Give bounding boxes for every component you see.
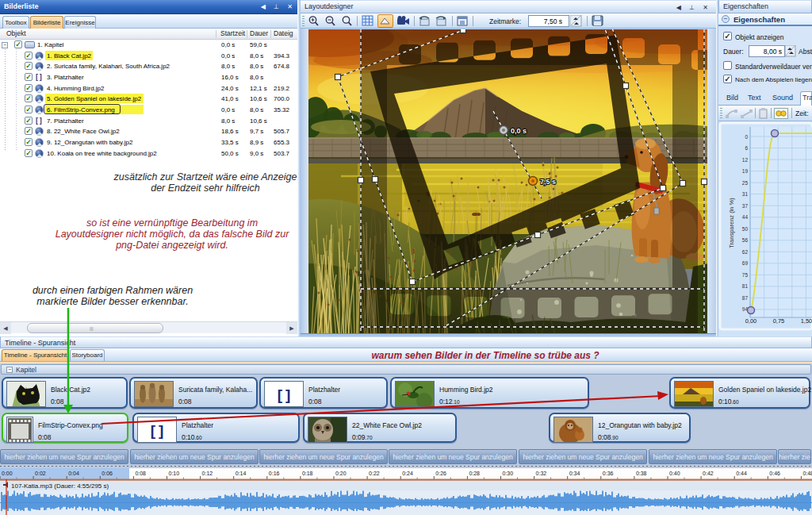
svg-text:31: 31 bbox=[742, 191, 749, 197]
svg-text:0:16: 0:16 bbox=[269, 471, 280, 476]
svg-text:0:20: 0:20 bbox=[335, 471, 347, 476]
svg-text:25: 25 bbox=[742, 180, 749, 186]
svg-text:[ ]: [ ] bbox=[151, 422, 163, 439]
svg-text:0:30: 0:30 bbox=[503, 471, 514, 476]
svg-text:19: 19 bbox=[742, 168, 749, 174]
svg-text:0:04: 0:04 bbox=[68, 471, 79, 476]
svg-text:1,50: 1,50 bbox=[801, 317, 812, 325]
svg-text:0:42: 0:42 bbox=[703, 471, 714, 476]
svg-text:75: 75 bbox=[742, 272, 749, 278]
svg-text:81: 81 bbox=[742, 283, 749, 289]
svg-text:0,75: 0,75 bbox=[773, 317, 785, 325]
svg-text:87: 87 bbox=[742, 295, 749, 301]
svg-text:0:44: 0:44 bbox=[736, 471, 747, 476]
svg-text:0,0 s: 0,0 s bbox=[511, 127, 527, 135]
svg-text:0:32: 0:32 bbox=[536, 471, 547, 476]
svg-text:0:36: 0:36 bbox=[603, 471, 614, 476]
svg-text:0:34: 0:34 bbox=[569, 471, 580, 476]
svg-text:6: 6 bbox=[745, 145, 748, 151]
svg-text:7,5 s: 7,5 s bbox=[540, 178, 556, 186]
svg-text:12: 12 bbox=[742, 157, 749, 163]
svg-text:0:28: 0:28 bbox=[469, 471, 480, 476]
svg-text:0,00: 0,00 bbox=[745, 317, 757, 325]
svg-text:37: 37 bbox=[742, 203, 749, 209]
svg-text:[ ]: [ ] bbox=[278, 386, 290, 403]
svg-text:0:24: 0:24 bbox=[402, 471, 413, 476]
svg-text:69: 69 bbox=[742, 260, 749, 266]
svg-text:0:40: 0:40 bbox=[669, 471, 680, 476]
svg-text:44: 44 bbox=[742, 214, 749, 220]
svg-text:50: 50 bbox=[742, 226, 749, 232]
svg-text:0:38: 0:38 bbox=[636, 471, 647, 476]
svg-text:56: 56 bbox=[742, 237, 749, 243]
svg-text:0:00: 0:00 bbox=[2, 471, 13, 476]
svg-text:0:14: 0:14 bbox=[236, 471, 247, 476]
svg-text:0: 0 bbox=[745, 134, 748, 140]
svg-text:0:10: 0:10 bbox=[169, 471, 180, 476]
svg-text:0:48: 0:48 bbox=[802, 471, 812, 476]
svg-text:0:02: 0:02 bbox=[35, 471, 46, 476]
svg-text:0:18: 0:18 bbox=[302, 471, 313, 476]
svg-text:0:46: 0:46 bbox=[769, 471, 780, 476]
svg-text:0:06: 0:06 bbox=[102, 471, 113, 476]
svg-text:0:26: 0:26 bbox=[435, 471, 446, 476]
svg-text:107-Katia.mp3 (Dauer: 4:55/295: 107-Katia.mp3 (Dauer: 4:55/295 s) bbox=[11, 482, 109, 490]
svg-text:0:22: 0:22 bbox=[369, 471, 380, 476]
svg-text:62: 62 bbox=[742, 249, 749, 255]
svg-text:0:12: 0:12 bbox=[202, 471, 213, 476]
svg-text:Transparenz (in %): Transparenz (in %) bbox=[728, 198, 735, 248]
svg-text:0:08: 0:08 bbox=[135, 471, 146, 476]
